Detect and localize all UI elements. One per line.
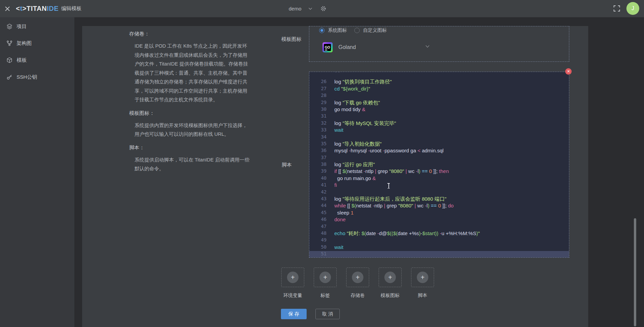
code-text: mysql -hmysql -uroot -ppassword ga < adm… — [334, 148, 444, 154]
radio-label: 系统图标 — [328, 27, 347, 33]
line-number: 48 — [309, 230, 327, 237]
code-text: log "运行 go 应用" — [334, 161, 375, 168]
code-text: go run main.go & — [334, 175, 376, 182]
plus-icon: + — [384, 272, 396, 283]
line-number: 39 — [309, 168, 327, 175]
line-number: 40 — [309, 175, 327, 182]
code-line-38[interactable]: 38log "运行 go 应用" — [309, 161, 569, 168]
code-line-partial: -- — [309, 72, 569, 79]
close-icon[interactable] — [4, 5, 11, 12]
fullscreen-icon[interactable] — [614, 5, 620, 11]
line-number: 42 — [309, 189, 327, 196]
key-icon — [6, 74, 13, 80]
layers-icon — [6, 23, 13, 29]
sidebar-item-label: 模板 — [17, 57, 27, 64]
help-text-line: 载提供了三种模式：普通、共享、主机存储。其中普 — [129, 69, 271, 78]
top-bar: <t>TITANIDE 编辑模板 demo J — [0, 0, 644, 17]
line-number: 31 — [309, 113, 327, 120]
code-line-42[interactable]: 42 — [309, 189, 569, 196]
help-section-title: 模板图标： — [129, 108, 271, 118]
add-tag-button[interactable]: + — [314, 268, 337, 287]
code-line-39[interactable]: 39if [[ $(netstat -ntlp | grep "8080" | … — [309, 168, 569, 175]
goland-icon-text: GO — [324, 44, 331, 51]
add-env-var-button[interactable]: + — [281, 268, 304, 287]
code-line-26[interactable]: 26log "切换到项目工作路径" — [309, 79, 569, 85]
help-section: 存储卷：IDE 是以 POD 工作在 K8s 节点之上的，因此开发环境内修改过文… — [129, 29, 271, 104]
line-number: 33 — [309, 127, 327, 134]
code-text: cd "${work_dir}" — [334, 86, 370, 93]
gear-icon[interactable] — [320, 6, 326, 11]
avatar[interactable]: J — [626, 2, 639, 15]
code-line-41[interactable]: 41fi — [309, 182, 569, 189]
code-line-34[interactable]: 34 — [309, 134, 569, 141]
line-number: 35 — [309, 141, 327, 148]
sidebar-item-projects[interactable]: 项目 — [0, 18, 74, 35]
line-number: 34 — [309, 134, 327, 141]
code-line-29[interactable]: 29log "下载 go 依赖包" — [309, 100, 569, 106]
help-section: 模板图标：系统提供内置的开发环境模板图标供用户下拉选择，用户也可以输入可以访问的… — [129, 108, 271, 139]
code-line-43[interactable]: 43log "等待应用运行起来后，应该会监听 8080 端口" — [309, 196, 569, 203]
sidebar-item-architecture[interactable]: 架构图 — [0, 35, 74, 52]
radio-custom-icon[interactable]: 自定义图标 — [354, 27, 387, 33]
code-line-50[interactable]: 50wait — [309, 244, 569, 251]
plus-icon: + — [319, 272, 331, 283]
code-text: if [[ $(netstat -ntlp | grep "8080" | wc… — [334, 168, 449, 175]
text-cursor-icon — [387, 183, 390, 188]
radio-label: 自定义图标 — [363, 27, 387, 33]
help-text-line: 默认的命令。 — [129, 164, 271, 173]
sidebar-item-ssh-keys[interactable]: SSH公钥 — [0, 69, 74, 85]
icon-select[interactable]: GO Goland — [323, 42, 356, 52]
line-number: 49 — [309, 237, 327, 244]
help-section-title: 脚本： — [129, 143, 271, 152]
code-text: log "导入初始化数据" — [334, 141, 382, 148]
plus-icon: + — [352, 272, 363, 283]
icon-select-value: Goland — [338, 44, 356, 50]
code-line-49[interactable]: 49 — [309, 237, 569, 244]
code-line-47[interactable]: 47 — [309, 224, 569, 230]
code-line-33[interactable]: 33wait — [309, 127, 569, 134]
code-line-36[interactable]: 36mysql -hmysql -uroot -ppassword ga < a… — [309, 148, 569, 154]
script-editor[interactable]: -- 26log "切换到项目工作路径"27cd "${work_dir}"28… — [309, 72, 569, 258]
radio-dot-icon — [354, 28, 360, 33]
page-title: 编辑模板 — [61, 0, 81, 17]
code-line-35[interactable]: 35log "导入初始化数据" — [309, 141, 569, 148]
cancel-button[interactable]: 取 消 — [315, 309, 340, 319]
code-line-27[interactable]: 27cd "${work_dir}" — [309, 86, 569, 93]
line-number: 27 — [309, 86, 327, 93]
sidebar-item-label: 架构图 — [17, 40, 32, 47]
code-line-30[interactable]: 30go mod tidy & — [309, 106, 569, 113]
radio-dot-icon — [319, 28, 325, 33]
add-item: +标签 — [314, 268, 337, 299]
code-text: wait — [334, 127, 343, 134]
project-switcher[interactable]: demo — [289, 0, 326, 17]
line-number: 47 — [309, 224, 327, 230]
code-text: log "下载 go 依赖包" — [334, 100, 380, 106]
code-line-44[interactable]: 44while [[ $(netstat -ntlp | grep "8080"… — [309, 203, 569, 209]
chevron-down-icon[interactable] — [308, 7, 312, 10]
code-line-28[interactable]: 28 — [309, 93, 569, 99]
sidebar-item-templates[interactable]: 模板 — [0, 52, 74, 69]
code-line-40[interactable]: 40 go run main.go & — [309, 175, 569, 182]
help-text-line: IDE 是以 POD 工作在 K8s 节点之上的，因此开发环 — [129, 42, 271, 51]
code-text: log "切换到项目工作路径" — [334, 79, 392, 85]
radio-system-icon[interactable]: 系统图标 — [319, 27, 347, 33]
code-line-51[interactable]: 51 — [309, 251, 569, 258]
line-number: 43 — [309, 196, 327, 203]
add-script-button[interactable]: + — [411, 268, 434, 287]
code-line-32[interactable]: 32log "等待 MySQL 安装完毕" — [309, 120, 569, 127]
add-volume-button[interactable]: + — [346, 268, 369, 287]
project-name[interactable]: demo — [289, 6, 302, 11]
code-line-45[interactable]: 45 sleep 1 — [309, 210, 569, 217]
code-line-37[interactable]: 37 — [309, 155, 569, 161]
code-line-48[interactable]: 48echo "耗时: $(date -d@$(($(date +%s)-$st… — [309, 230, 569, 237]
template-icon-group: 系统图标 自定义图标 GO Goland — [309, 26, 569, 62]
line-number: 41 — [309, 182, 327, 189]
remove-script-badge[interactable]: ✕ — [565, 68, 572, 75]
save-button[interactable]: 保 存 — [281, 309, 307, 319]
chevron-down-icon[interactable] — [425, 45, 430, 48]
line-number: 32 — [309, 120, 327, 127]
page-scrollbar[interactable] — [634, 218, 636, 326]
code-line-31[interactable]: 31 — [309, 113, 569, 120]
code-line-46[interactable]: 46done — [309, 217, 569, 223]
add-template-icon-button[interactable]: + — [379, 268, 402, 287]
